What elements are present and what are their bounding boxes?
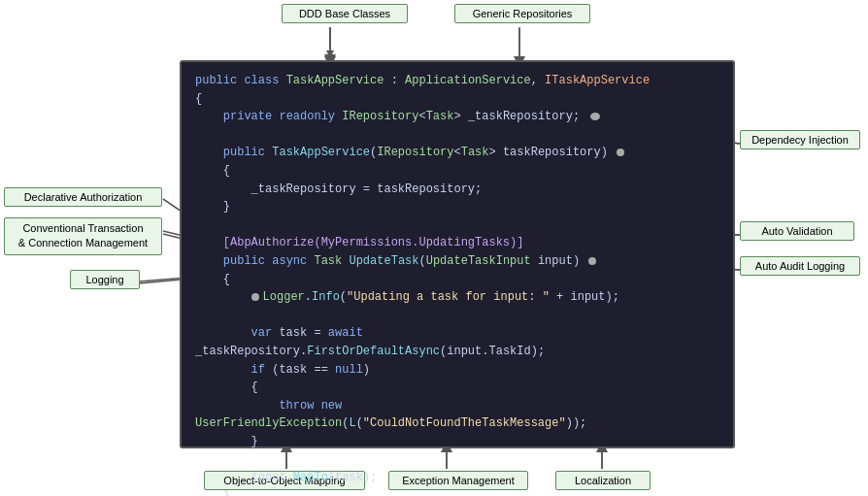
logging-label: Logging: [70, 270, 140, 289]
auto-validation-label: Auto Validation: [740, 221, 854, 241]
conventional-tx-label: Conventional Transaction& Connection Man…: [4, 217, 162, 255]
localization-label: Localization: [555, 471, 651, 490]
svg-marker-1: [326, 50, 334, 58]
auto-audit-logging-label: Auto Audit Logging: [740, 256, 860, 276]
dependency-injection-label: Dependecy Injection: [740, 130, 860, 149]
ddd-base-classes-label: DDD Base Classes: [282, 4, 408, 23]
diagram-container: DDD Base Classes Generic Repositories De…: [0, 0, 868, 496]
exception-mgmt-label: Exception Management: [388, 471, 528, 490]
generic-repositories-label: Generic Repositories: [454, 4, 590, 23]
code-block: public class TaskAppService : Applicatio…: [180, 60, 735, 448]
declarative-auth-label: Declarative Authorization: [4, 187, 162, 207]
